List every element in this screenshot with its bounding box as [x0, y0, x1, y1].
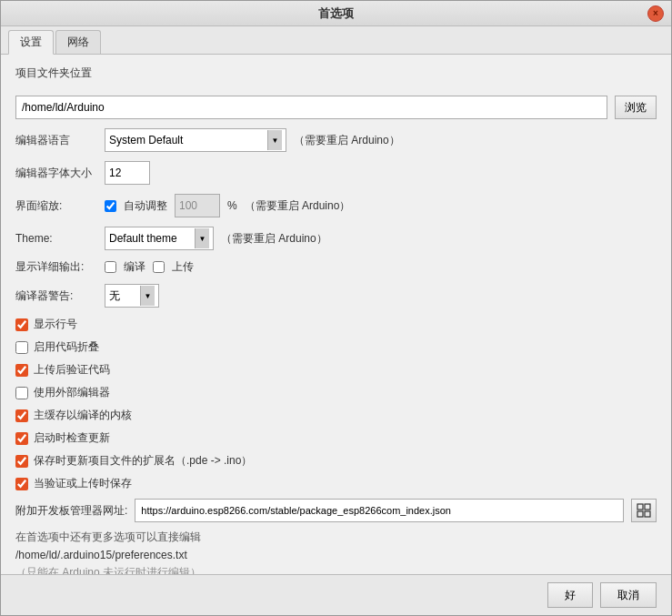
- save-on-verify-checkbox[interactable]: [15, 478, 28, 490]
- additional-urls-button[interactable]: [631, 499, 657, 522]
- save-on-verify-label: 当验证或上传时保存: [34, 476, 132, 491]
- save-extension-label: 保存时更新项目文件的扩展名（.pde -> .ino）: [34, 453, 252, 469]
- editor-font-size-label: 编辑器字体大小: [15, 166, 97, 181]
- editor-font-size-row: 编辑器字体大小: [15, 161, 657, 185]
- editor-language-value: System Default: [109, 134, 264, 146]
- compiler-warning-row: 编译器警告: 无 ▼: [15, 284, 657, 308]
- info-text: 在首选项中还有更多选项可以直接编辑: [15, 530, 657, 545]
- code-folding-row: 启用代码折叠: [15, 339, 657, 355]
- project-folder-row: 项目文件夹位置: [15, 66, 657, 86]
- settings-content: 项目文件夹位置 浏览 编辑器语言 System Default ▼ （需要重启 …: [1, 55, 671, 574]
- verbose-output-label: 显示详细输出:: [15, 259, 97, 275]
- scale-unit: %: [227, 199, 237, 212]
- project-folder-input[interactable]: [15, 96, 607, 119]
- additional-urls-label: 附加开发板管理器网址:: [15, 503, 127, 519]
- verbose-compile-label: 编译: [124, 259, 145, 275]
- editor-language-row: 编辑器语言 System Default ▼ （需要重启 Arduino）: [15, 128, 657, 152]
- cache-compiled-label: 主缓存以编译的内核: [34, 408, 132, 423]
- editor-language-dropdown[interactable]: System Default ▼: [105, 128, 286, 152]
- auto-scale-checkbox[interactable]: [105, 200, 116, 212]
- grid-icon: [637, 503, 651, 518]
- check-updates-label: 启动时检查更新: [34, 430, 110, 446]
- editor-language-arrow: ▼: [267, 130, 282, 150]
- svg-rect-3: [645, 511, 650, 517]
- browse-button[interactable]: 浏览: [615, 96, 657, 119]
- verbose-upload-label: 上传: [172, 259, 194, 275]
- scale-value-input[interactable]: [175, 194, 220, 217]
- show-line-numbers-label: 显示行号: [34, 317, 77, 332]
- check-updates-checkbox[interactable]: [15, 432, 28, 445]
- interface-scale-row: 界面缩放: 自动调整 % （需要重启 Arduino）: [15, 194, 657, 217]
- theme-arrow: ▼: [195, 228, 209, 248]
- editor-language-label: 编辑器语言: [15, 133, 97, 148]
- code-folding-checkbox[interactable]: [15, 341, 28, 354]
- compiler-warning-dropdown[interactable]: 无 ▼: [105, 284, 159, 308]
- interface-scale-label: 界面缩放:: [15, 198, 97, 214]
- interface-scale-note: （需要重启 Arduino）: [245, 198, 351, 214]
- external-editor-checkbox[interactable]: [15, 387, 28, 399]
- theme-label: Theme:: [15, 232, 97, 245]
- footer: 好 取消: [1, 574, 671, 615]
- external-editor-label: 使用外部编辑器: [34, 385, 110, 400]
- ok-button[interactable]: 好: [547, 582, 593, 608]
- theme-note: （需要重启 Arduino）: [221, 231, 327, 247]
- theme-value: Default theme: [109, 232, 191, 245]
- cache-compiled-checkbox[interactable]: [15, 409, 28, 422]
- window-title: 首选项: [318, 5, 354, 22]
- auto-scale-label: 自动调整: [124, 198, 167, 214]
- tab-network[interactable]: 网络: [55, 30, 101, 54]
- external-editor-row: 使用外部编辑器: [15, 385, 657, 400]
- save-extension-row: 保存时更新项目文件的扩展名（.pde -> .ino）: [15, 453, 657, 469]
- tab-settings[interactable]: 设置: [8, 30, 54, 55]
- svg-rect-2: [637, 511, 643, 517]
- project-folder-input-row: 浏览: [15, 96, 657, 119]
- save-on-verify-row: 当验证或上传时保存: [15, 476, 657, 491]
- cancel-button[interactable]: 取消: [600, 582, 657, 608]
- titlebar: 首选项 ×: [1, 1, 671, 26]
- theme-dropdown[interactable]: Default theme ▼: [105, 227, 214, 250]
- editor-font-size-input[interactable]: [105, 161, 150, 185]
- check-updates-row: 启动时检查更新: [15, 430, 657, 446]
- svg-rect-1: [645, 504, 650, 510]
- additional-urls-row: 附加开发板管理器网址:: [15, 499, 657, 522]
- cache-compiled-row: 主缓存以编译的内核: [15, 408, 657, 423]
- compiler-warning-arrow: ▼: [140, 286, 155, 306]
- verify-upload-row: 上传后验证代码: [15, 362, 657, 378]
- compiler-warning-value: 无: [109, 288, 136, 304]
- show-line-numbers-row: 显示行号: [15, 317, 657, 332]
- code-folding-label: 启用代码折叠: [34, 339, 99, 355]
- tabs-container: 设置 网络: [1, 26, 671, 55]
- close-button[interactable]: ×: [647, 5, 664, 22]
- preferences-window: 首选项 × 设置 网络 项目文件夹位置 浏览 编辑器语言 System Defa…: [0, 0, 672, 616]
- show-line-numbers-checkbox[interactable]: [15, 318, 28, 331]
- theme-row: Theme: Default theme ▼ （需要重启 Arduino）: [15, 227, 657, 250]
- verbose-compile-checkbox[interactable]: [105, 261, 116, 273]
- additional-urls-input[interactable]: [135, 499, 624, 522]
- compiler-warning-label: 编译器警告:: [15, 288, 97, 304]
- verbose-upload-checkbox[interactable]: [153, 261, 165, 273]
- editor-language-note: （需要重启 Arduino）: [294, 133, 400, 148]
- verify-upload-label: 上传后验证代码: [34, 362, 110, 378]
- warning-text: （只能在 Arduino 未运行时进行编辑）: [15, 565, 657, 574]
- project-folder-label: 项目文件夹位置: [15, 66, 92, 81]
- prefs-path: /home/ld/.arduino15/preferences.txt: [15, 549, 657, 561]
- save-extension-checkbox[interactable]: [15, 455, 28, 468]
- verify-upload-checkbox[interactable]: [15, 364, 28, 377]
- verbose-output-row: 显示详细输出: 编译 上传: [15, 259, 657, 275]
- svg-rect-0: [637, 504, 643, 510]
